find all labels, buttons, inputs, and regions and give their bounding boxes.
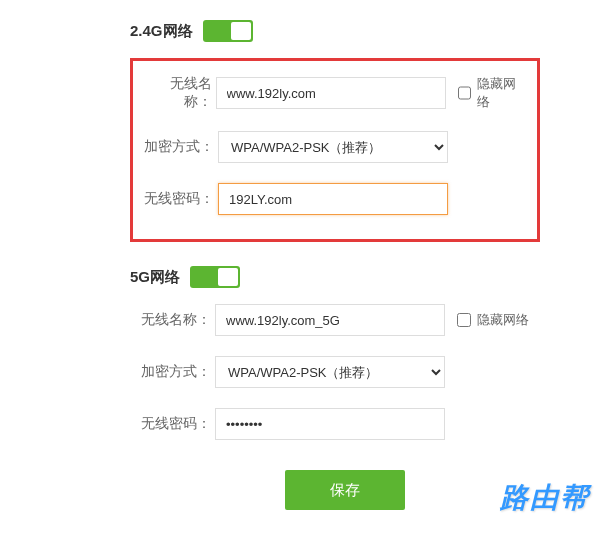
toggle-24g[interactable] xyxy=(203,20,253,42)
toggle-5g[interactable] xyxy=(190,266,240,288)
section-24g-title: 2.4G网络 xyxy=(130,22,193,41)
toggle-5g-knob xyxy=(218,268,238,286)
toggle-24g-knob xyxy=(231,22,251,40)
hide-24g-label: 隐藏网络 xyxy=(477,75,527,111)
password-5g-label: 无线密码： xyxy=(130,415,215,433)
encryption-5g-label: 加密方式： xyxy=(130,363,215,381)
highlight-24g-box: 无线名称： 隐藏网络 加密方式： WPA/WPA2-PSK（推荐） 无线密码： xyxy=(130,58,540,242)
ssid-24g-input[interactable] xyxy=(216,77,446,109)
ssid-5g-label: 无线名称： xyxy=(130,311,215,329)
password-5g-input[interactable] xyxy=(215,408,445,440)
hide-5g-checkbox[interactable] xyxy=(457,313,471,327)
watermark-text: 路由帮 xyxy=(500,479,590,517)
ssid-5g-input[interactable] xyxy=(215,304,445,336)
save-button[interactable]: 保存 xyxy=(285,470,405,510)
hide-5g-label: 隐藏网络 xyxy=(477,311,529,329)
password-24g-input[interactable] xyxy=(218,183,448,215)
password-24g-label: 无线密码： xyxy=(143,190,218,208)
ssid-24g-label: 无线名称： xyxy=(143,75,216,111)
section-5g-title: 5G网络 xyxy=(130,268,180,287)
encryption-24g-select[interactable]: WPA/WPA2-PSK（推荐） xyxy=(218,131,448,163)
encryption-5g-select[interactable]: WPA/WPA2-PSK（推荐） xyxy=(215,356,445,388)
hide-24g-checkbox[interactable] xyxy=(458,86,471,100)
encryption-24g-label: 加密方式： xyxy=(143,138,218,156)
